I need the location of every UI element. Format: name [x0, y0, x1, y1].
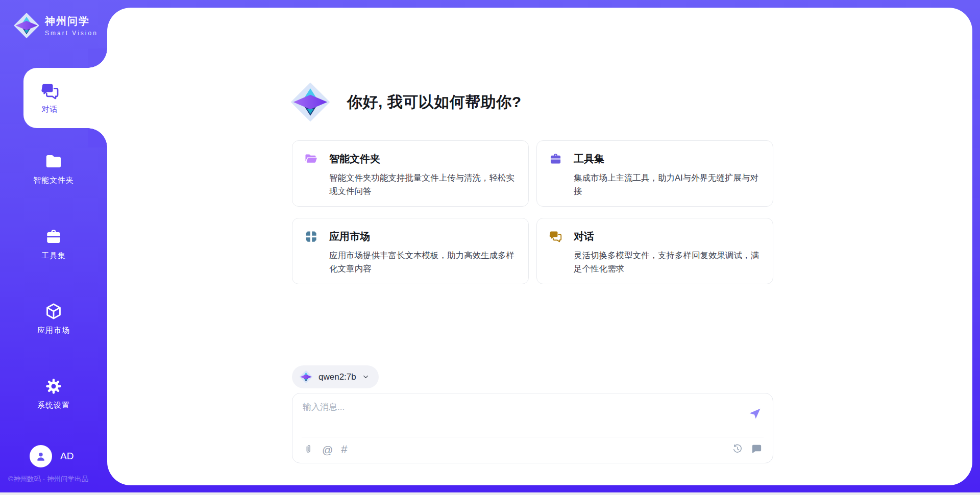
- grid-tiles-icon: [304, 230, 318, 243]
- sidebar-item-label: 应用市场: [37, 326, 70, 335]
- folder-icon: [44, 152, 63, 170]
- message-composer: @ #: [292, 393, 773, 463]
- attach-file-icon[interactable]: [303, 443, 314, 456]
- greeting-diamond-icon: [290, 80, 331, 124]
- avatar: [30, 445, 52, 467]
- composer-toolbar: @ #: [303, 443, 348, 456]
- composer-right-toolbar: [732, 443, 763, 457]
- card-description: 智能文件夹功能支持批量文件上传与清洗，轻松实现文件问答: [329, 171, 518, 197]
- sidebar-item-settings[interactable]: 系统设置: [0, 377, 107, 410]
- sidebar-item-label: 系统设置: [37, 401, 70, 410]
- brand-name: 神州问学: [45, 14, 98, 28]
- card-toolset[interactable]: 工具集 集成市场上主流工具，助力AI与外界无缝扩展与对接: [536, 140, 773, 207]
- sidebar-item-app-market[interactable]: 应用市场: [0, 302, 107, 335]
- sidebar: 神州问学 Smart Vision 对话 智能文件夹: [0, 0, 107, 495]
- sidebar-item-smart-folder[interactable]: 智能文件夹: [0, 152, 107, 185]
- card-chat[interactable]: 对话 灵活切换多模型文件，支持多样回复效果调试，满足个性化需求: [536, 218, 773, 284]
- folder-open-icon: [304, 152, 318, 166]
- sidebar-item-toolset[interactable]: 工具集: [0, 228, 107, 261]
- send-icon[interactable]: [748, 406, 762, 420]
- sidebar-item-label: 对话: [42, 105, 58, 114]
- tab-fillet-top: [88, 48, 108, 68]
- copyright-text: ©神州数码 · 神州问学出品: [8, 475, 88, 484]
- card-description: 集成市场上主流工具，助力AI与外界无缝扩展与对接: [574, 171, 763, 197]
- card-description: 灵活切换多模型文件，支持多样回复效果调试，满足个性化需求: [574, 249, 763, 275]
- sidebar-item-label: 智能文件夹: [33, 176, 74, 185]
- chat-bubbles-icon: [40, 82, 60, 101]
- toolbox-icon: [549, 152, 562, 166]
- feature-cards: 智能文件夹 智能文件夹功能支持批量文件上传与清洗，轻松实现文件问答 工具集 集成…: [292, 140, 773, 284]
- composer-divider: [302, 437, 764, 437]
- cube-icon: [44, 302, 63, 320]
- sidebar-item-label: 工具集: [41, 251, 66, 261]
- chat-bubble-filled-icon[interactable]: [751, 443, 763, 457]
- model-diamond-icon: [299, 369, 313, 384]
- chevron-down-icon: [362, 373, 370, 381]
- card-title: 智能文件夹: [329, 152, 380, 166]
- person-icon: [34, 450, 47, 463]
- card-smart-folder[interactable]: 智能文件夹 智能文件夹功能支持批量文件上传与清洗，轻松实现文件问答: [292, 140, 529, 207]
- sidebar-item-chat[interactable]: 对话: [23, 68, 108, 128]
- greeting-text: 你好, 我可以如何帮助你?: [347, 92, 522, 113]
- hashtag-icon[interactable]: #: [341, 444, 347, 455]
- message-input[interactable]: [303, 402, 721, 412]
- model-name: qwen2:7b: [318, 372, 356, 382]
- brand-diamond-icon: [13, 12, 40, 39]
- model-selector[interactable]: qwen2:7b: [292, 365, 379, 388]
- gear-icon: [44, 377, 63, 395]
- user-name: AD: [60, 451, 74, 462]
- greeting: 你好, 我可以如何帮助你?: [290, 80, 522, 124]
- card-description: 应用市场提供丰富长文本模板，助力高效生成多样化文章内容: [329, 249, 518, 275]
- user-account[interactable]: AD: [30, 445, 74, 467]
- chat-bubbles-icon: [549, 230, 562, 243]
- bottom-strip: [0, 492, 980, 495]
- mention-icon[interactable]: @: [322, 444, 333, 455]
- toolbox-icon: [44, 228, 63, 246]
- card-app-market[interactable]: 应用市场 应用市场提供丰富长文本模板，助力高效生成多样化文章内容: [292, 218, 529, 284]
- app-root: 神州问学 Smart Vision 对话 智能文件夹: [0, 0, 980, 495]
- brand-logo: 神州问学 Smart Vision: [13, 12, 98, 39]
- card-title: 对话: [574, 230, 594, 243]
- tab-fillet-bottom: [88, 128, 108, 147]
- history-icon[interactable]: [732, 443, 743, 457]
- brand-subtitle: Smart Vision: [45, 30, 98, 37]
- card-title: 应用市场: [329, 230, 370, 243]
- main-panel: 你好, 我可以如何帮助你? 智能文件夹 智能文件夹功能支持批量文件上传与清洗，轻…: [107, 8, 972, 485]
- card-title: 工具集: [574, 152, 604, 166]
